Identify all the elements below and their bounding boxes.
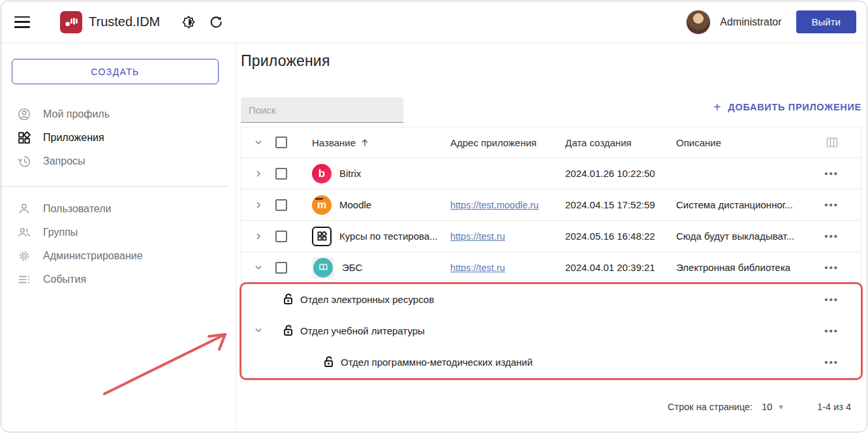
app-created: 2024.01.26 10:22:50 (565, 168, 676, 179)
child-row: Отдел электронных ресурсов ••• (241, 283, 861, 315)
create-button[interactable]: СОЗДАТЬ (12, 59, 219, 84)
column-header-created: Дата создания (565, 137, 676, 148)
table-row: bBitrix 2024.01.26 10:22:50 ••• (241, 158, 861, 189)
column-header-description: Описание (676, 137, 814, 148)
avatar[interactable] (686, 10, 711, 35)
app-description: Система дистанционног... (676, 199, 814, 210)
history-icon (17, 154, 31, 168)
sidebar-item-label: Группы (43, 227, 78, 238)
pagination-range: 1-4 из 4 (817, 402, 851, 412)
topbar: Trusted.IDM Administrator Выйти (1, 1, 867, 43)
sidebar-item-label: Мой профиль (43, 108, 110, 120)
child-row: Отдел учебной литературы ••• (241, 315, 861, 346)
org-unit-label: Отдел учебной литературы (300, 325, 425, 336)
app-description: Электронная библиотека (676, 262, 814, 273)
sidebar-item-my-profile[interactable]: Мой профиль (1, 103, 236, 126)
row-actions-button[interactable]: ••• (824, 263, 839, 272)
select-all-checkbox[interactable] (275, 136, 287, 148)
add-application-button[interactable]: + ДОБАВИТЬ ПРИЛОЖЕНИЕ (713, 101, 861, 114)
chevron-down-icon: ▼ (777, 403, 784, 411)
moodle-logo-icon: m (312, 195, 332, 215)
sidebar-item-groups[interactable]: Группы (1, 221, 236, 244)
search-input[interactable] (241, 97, 403, 123)
expanded-children-group: Отдел электронных ресурсов ••• Отдел уче… (241, 283, 861, 377)
column-header-address: Адрес приложения (450, 137, 565, 148)
expand-all-chevron-icon[interactable] (241, 137, 275, 148)
row-actions-button[interactable]: ••• (824, 231, 839, 241)
table-header-row: Название Адрес приложения Дата создания … (241, 127, 861, 158)
table-row: ЭБС https://test.ru 2024.04.01 20:39:21 … (241, 252, 861, 283)
apps-icon (17, 131, 31, 145)
gear-icon (17, 249, 31, 263)
lock-open-icon (282, 324, 295, 337)
app-created: 2024.05.16 16:48:22 (565, 231, 676, 242)
child-row: Отдел программно-методических изданий ••… (241, 346, 861, 377)
table-row: mMoodle https://test.moodle.ru 2024.04.1… (241, 189, 861, 221)
page-title: Приложения (241, 52, 861, 70)
sidebar-item-events[interactable]: События (1, 268, 236, 291)
row-collapse-chevron-icon[interactable] (241, 325, 275, 336)
app-created: 2024.04.15 17:52:59 (565, 199, 676, 210)
app-title: Trusted.IDM (89, 14, 160, 29)
row-actions-button[interactable]: ••• (824, 200, 839, 210)
sidebar-item-label: Пользователи (43, 203, 111, 215)
bitrix-logo-icon: b (312, 164, 332, 184)
sidebar-item-label: Приложения (43, 132, 104, 144)
columns-icon (826, 136, 839, 149)
app-created: 2024.04.01 20:39:21 (565, 262, 676, 273)
app-address-link[interactable]: https://test.ru (450, 263, 505, 273)
rows-per-page-select[interactable]: 10 ▼ (762, 402, 784, 412)
app-name: Bitrix (339, 168, 361, 179)
org-unit-label: Отдел электронных ресурсов (300, 294, 434, 305)
ebs-logo-icon (313, 258, 333, 278)
app-name: Moodle (339, 199, 371, 210)
row-actions-button[interactable]: ••• (824, 295, 839, 304)
sidebar: СОЗДАТЬ Мой профиль Приложения (1, 43, 236, 432)
groups-icon (17, 225, 31, 240)
applications-table: Название Адрес приложения Дата создания … (241, 127, 861, 378)
row-checkbox[interactable] (275, 231, 287, 242)
app-address-link[interactable]: https://test.moodle.ru (450, 200, 538, 210)
trusted-idm-logo-icon (60, 11, 82, 33)
sidebar-divider (1, 186, 229, 187)
row-collapse-chevron-icon[interactable] (241, 263, 275, 273)
sidebar-item-applications[interactable]: Приложения (1, 126, 236, 150)
row-actions-button[interactable]: ••• (824, 168, 839, 178)
sidebar-item-users[interactable]: Пользователи (1, 197, 236, 221)
sidebar-item-requests[interactable]: Запросы (1, 150, 236, 173)
row-expand-chevron-icon[interactable] (241, 168, 275, 179)
sort-asc-icon (360, 137, 370, 148)
refresh-icon[interactable] (208, 14, 224, 30)
row-actions-button[interactable]: ••• (824, 357, 839, 367)
lock-open-icon (282, 293, 295, 306)
main-content: Приложения + ДОБАВИТЬ ПРИЛОЖЕНИЕ Названи… (236, 43, 867, 432)
user-icon (17, 202, 31, 216)
sidebar-item-label: Запросы (43, 155, 85, 167)
pagination: Строк на странице: 10 ▼ 1-4 из 4 (241, 402, 861, 412)
row-actions-button[interactable]: ••• (824, 326, 839, 336)
row-checkbox[interactable] (275, 199, 287, 211)
row-expand-chevron-icon[interactable] (241, 231, 275, 242)
row-checkbox[interactable] (275, 262, 287, 274)
app-address-link[interactable]: https://test.ru (450, 231, 505, 242)
plus-icon: + (713, 101, 721, 114)
logout-button[interactable]: Выйти (796, 10, 856, 33)
theme-toggle-icon[interactable] (181, 14, 196, 30)
org-unit-label: Отдел программно-методических изданий (341, 357, 533, 368)
menu-icon[interactable] (14, 16, 30, 28)
row-checkbox[interactable] (275, 168, 287, 180)
lock-open-icon (322, 355, 335, 368)
app-name: Курсы по тестирова... (339, 231, 438, 242)
sidebar-item-administration[interactable]: Администрирование (1, 244, 236, 268)
courses-logo-icon (312, 227, 332, 246)
app-window: Trusted.IDM Administrator Выйти СОЗДАТЬ … (1, 1, 867, 432)
events-list-icon (17, 272, 31, 287)
column-header-name[interactable]: Название (312, 137, 450, 148)
table-row: Курсы по тестирова... https://test.ru 20… (241, 221, 861, 252)
row-expand-chevron-icon[interactable] (241, 200, 275, 210)
sidebar-item-label: Администрирование (43, 250, 143, 262)
columns-settings-button[interactable] (814, 136, 861, 149)
profile-icon (17, 107, 31, 121)
rows-per-page-label: Строк на странице: (668, 402, 752, 412)
app-description: Сюда будут выкладыват... (676, 231, 814, 242)
